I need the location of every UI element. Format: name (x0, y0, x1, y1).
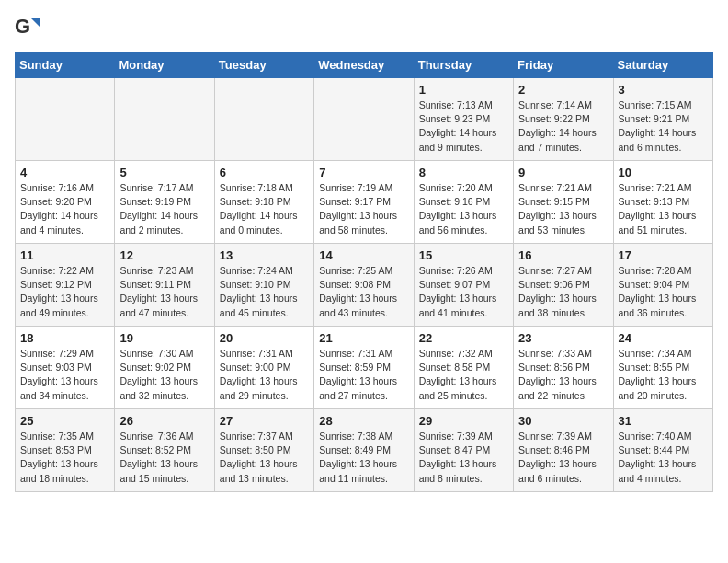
day-header-thursday: Thursday (414, 52, 513, 78)
day-info: Sunrise: 7:36 AM Sunset: 8:52 PM Dayligh… (119, 430, 209, 486)
calendar-cell: 17Sunrise: 7:28 AM Sunset: 9:04 PM Dayli… (613, 244, 712, 327)
svg-text:G: G (15, 15, 30, 38)
calendar-cell: 2Sunrise: 7:14 AM Sunset: 9:22 PM Daylig… (514, 78, 613, 161)
calendar-cell: 20Sunrise: 7:31 AM Sunset: 9:00 PM Dayli… (214, 327, 313, 409)
calendar-week-row: 1Sunrise: 7:13 AM Sunset: 9:23 PM Daylig… (16, 78, 713, 161)
day-info: Sunrise: 7:21 AM Sunset: 9:15 PM Dayligh… (518, 181, 608, 237)
day-number: 1 (419, 83, 508, 97)
day-number: 17 (619, 248, 708, 262)
logo: G (15, 15, 44, 40)
day-number: 14 (319, 248, 408, 262)
calendar-week-row: 25Sunrise: 7:35 AM Sunset: 8:53 PM Dayli… (16, 409, 713, 492)
day-number: 3 (619, 83, 708, 97)
calendar-cell: 9Sunrise: 7:21 AM Sunset: 9:15 PM Daylig… (514, 161, 613, 244)
day-number: 31 (619, 414, 708, 428)
day-number: 22 (419, 331, 508, 345)
day-info: Sunrise: 7:34 AM Sunset: 8:55 PM Dayligh… (619, 347, 708, 403)
calendar-cell: 8Sunrise: 7:20 AM Sunset: 9:16 PM Daylig… (414, 161, 513, 244)
day-info: Sunrise: 7:35 AM Sunset: 8:53 PM Dayligh… (20, 430, 109, 486)
day-info: Sunrise: 7:18 AM Sunset: 9:18 PM Dayligh… (220, 181, 309, 237)
day-info: Sunrise: 7:24 AM Sunset: 9:10 PM Dayligh… (220, 264, 309, 320)
calendar-cell (314, 78, 414, 161)
calendar-cell: 22Sunrise: 7:32 AM Sunset: 8:58 PM Dayli… (414, 327, 513, 409)
calendar-cell: 7Sunrise: 7:19 AM Sunset: 9:17 PM Daylig… (314, 161, 414, 244)
day-info: Sunrise: 7:19 AM Sunset: 9:17 PM Dayligh… (319, 181, 408, 237)
day-info: Sunrise: 7:23 AM Sunset: 9:11 PM Dayligh… (119, 264, 209, 320)
day-number: 27 (220, 414, 309, 428)
day-number: 9 (518, 166, 608, 179)
day-header-wednesday: Wednesday (314, 52, 414, 78)
calendar-cell: 25Sunrise: 7:35 AM Sunset: 8:53 PM Dayli… (16, 409, 115, 492)
day-info: Sunrise: 7:22 AM Sunset: 9:12 PM Dayligh… (20, 264, 109, 320)
calendar-cell: 1Sunrise: 7:13 AM Sunset: 9:23 PM Daylig… (414, 78, 513, 161)
calendar-cell: 15Sunrise: 7:26 AM Sunset: 9:07 PM Dayli… (414, 244, 513, 327)
day-info: Sunrise: 7:21 AM Sunset: 9:13 PM Dayligh… (619, 181, 708, 237)
calendar-cell: 14Sunrise: 7:25 AM Sunset: 9:08 PM Dayli… (314, 244, 414, 327)
calendar-cell: 13Sunrise: 7:24 AM Sunset: 9:10 PM Dayli… (214, 244, 313, 327)
calendar-cell: 4Sunrise: 7:16 AM Sunset: 9:20 PM Daylig… (16, 161, 115, 244)
calendar-cell: 30Sunrise: 7:39 AM Sunset: 8:46 PM Dayli… (514, 409, 613, 492)
day-number: 11 (20, 248, 109, 262)
day-info: Sunrise: 7:37 AM Sunset: 8:50 PM Dayligh… (220, 430, 309, 486)
day-info: Sunrise: 7:39 AM Sunset: 8:47 PM Dayligh… (419, 430, 508, 486)
calendar-cell: 28Sunrise: 7:38 AM Sunset: 8:49 PM Dayli… (314, 409, 414, 492)
day-info: Sunrise: 7:39 AM Sunset: 8:46 PM Dayligh… (518, 430, 608, 486)
calendar-table: SundayMondayTuesdayWednesdayThursdayFrid… (15, 52, 713, 492)
day-number: 15 (419, 248, 508, 262)
day-number: 30 (518, 414, 608, 428)
calendar-cell: 24Sunrise: 7:34 AM Sunset: 8:55 PM Dayli… (613, 327, 712, 409)
day-number: 10 (619, 166, 708, 179)
day-info: Sunrise: 7:14 AM Sunset: 9:22 PM Dayligh… (518, 98, 608, 155)
calendar-cell: 6Sunrise: 7:18 AM Sunset: 9:18 PM Daylig… (214, 161, 313, 244)
calendar-cell: 5Sunrise: 7:17 AM Sunset: 9:19 PM Daylig… (115, 161, 214, 244)
day-number: 12 (119, 248, 209, 262)
calendar-cell: 29Sunrise: 7:39 AM Sunset: 8:47 PM Dayli… (414, 409, 513, 492)
calendar-cell: 19Sunrise: 7:30 AM Sunset: 9:02 PM Dayli… (115, 327, 214, 409)
calendar-cell: 10Sunrise: 7:21 AM Sunset: 9:13 PM Dayli… (613, 161, 712, 244)
day-header-tuesday: Tuesday (214, 52, 313, 78)
calendar-cell: 31Sunrise: 7:40 AM Sunset: 8:44 PM Dayli… (613, 409, 712, 492)
calendar-cell (16, 78, 115, 161)
calendar-cell (214, 78, 313, 161)
day-info: Sunrise: 7:29 AM Sunset: 9:03 PM Dayligh… (20, 347, 109, 403)
day-number: 5 (119, 166, 209, 179)
day-number: 21 (319, 331, 408, 345)
day-info: Sunrise: 7:20 AM Sunset: 9:16 PM Dayligh… (419, 181, 508, 237)
calendar-cell: 26Sunrise: 7:36 AM Sunset: 8:52 PM Dayli… (115, 409, 214, 492)
day-number: 18 (20, 331, 109, 345)
logo-icon: G (15, 15, 40, 40)
day-number: 29 (419, 414, 508, 428)
calendar-week-row: 18Sunrise: 7:29 AM Sunset: 9:03 PM Dayli… (16, 327, 713, 409)
day-number: 25 (20, 414, 109, 428)
day-number: 28 (319, 414, 408, 428)
calendar-cell: 23Sunrise: 7:33 AM Sunset: 8:56 PM Dayli… (514, 327, 613, 409)
calendar-cell: 18Sunrise: 7:29 AM Sunset: 9:03 PM Dayli… (16, 327, 115, 409)
day-number: 13 (220, 248, 309, 262)
calendar-cell: 3Sunrise: 7:15 AM Sunset: 9:21 PM Daylig… (613, 78, 712, 161)
day-number: 16 (518, 248, 608, 262)
day-info: Sunrise: 7:13 AM Sunset: 9:23 PM Dayligh… (419, 98, 508, 155)
calendar-header-row: SundayMondayTuesdayWednesdayThursdayFrid… (16, 52, 713, 78)
calendar-cell: 27Sunrise: 7:37 AM Sunset: 8:50 PM Dayli… (214, 409, 313, 492)
day-number: 26 (119, 414, 209, 428)
calendar-week-row: 11Sunrise: 7:22 AM Sunset: 9:12 PM Dayli… (16, 244, 713, 327)
day-number: 7 (319, 166, 408, 179)
day-number: 8 (419, 166, 508, 179)
day-header-saturday: Saturday (613, 52, 712, 78)
calendar-cell: 12Sunrise: 7:23 AM Sunset: 9:11 PM Dayli… (115, 244, 214, 327)
day-number: 2 (518, 83, 608, 97)
day-info: Sunrise: 7:16 AM Sunset: 9:20 PM Dayligh… (20, 181, 109, 237)
day-number: 4 (20, 166, 109, 179)
page-header: G (15, 15, 713, 40)
day-number: 24 (619, 331, 708, 345)
day-number: 23 (518, 331, 608, 345)
day-header-friday: Friday (514, 52, 613, 78)
day-number: 6 (220, 166, 309, 179)
day-info: Sunrise: 7:30 AM Sunset: 9:02 PM Dayligh… (119, 347, 209, 403)
day-number: 19 (119, 331, 209, 345)
calendar-cell: 16Sunrise: 7:27 AM Sunset: 9:06 PM Dayli… (514, 244, 613, 327)
day-info: Sunrise: 7:32 AM Sunset: 8:58 PM Dayligh… (419, 347, 508, 403)
day-info: Sunrise: 7:38 AM Sunset: 8:49 PM Dayligh… (319, 430, 408, 486)
day-info: Sunrise: 7:15 AM Sunset: 9:21 PM Dayligh… (619, 98, 708, 155)
day-info: Sunrise: 7:25 AM Sunset: 9:08 PM Dayligh… (319, 264, 408, 320)
